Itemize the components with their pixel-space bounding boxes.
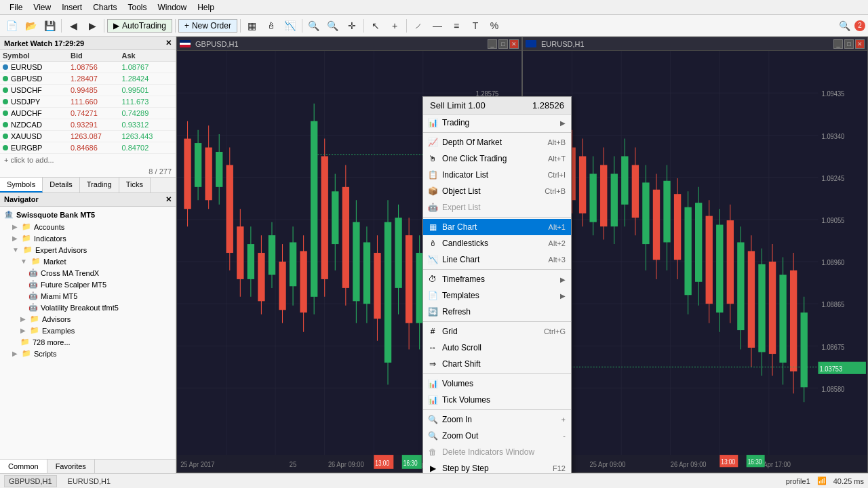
nav-ea-1[interactable]: 🤖 Cross MA TrendX	[26, 267, 174, 279]
chart-restore-btn-2[interactable]: □	[844, 39, 854, 49]
list-item[interactable]: USDJPY 111.660 111.673	[0, 96, 176, 108]
ctx-grid[interactable]: # Grid Ctrl+G	[423, 323, 571, 340]
new-order-button[interactable]: + New Order	[178, 19, 237, 33]
tab-details[interactable]: Details	[43, 178, 80, 192]
nav-tab-favorites[interactable]: Favorites	[47, 460, 95, 473]
toolbar-search-btn[interactable]: 🔍	[835, 17, 853, 35]
chart-titlebar-1: GBPUSD,H1 _ □ ✕	[177, 37, 521, 51]
nav-accounts[interactable]: ▶ 📁 Accounts	[9, 221, 174, 232]
toolbar-zoom-in-btn[interactable]: 🔍	[305, 17, 323, 35]
nav-label: Cross MA TrendX	[41, 269, 99, 277]
nav-expert-advisors[interactable]: ▼ 📁 Expert Advisors	[9, 244, 174, 256]
svg-rect-117	[611, 174, 618, 226]
toolbar-hline-btn[interactable]: —	[429, 17, 446, 35]
toolbar-line-btn[interactable]: 📉	[281, 17, 299, 35]
ask-value: 0.74289	[122, 109, 174, 117]
toolbar-percent-btn[interactable]: %	[486, 17, 503, 35]
toolbar-fib-btn[interactable]: ≡	[448, 17, 465, 35]
nav-scripts[interactable]: ▶ 📁 Scripts	[9, 348, 174, 359]
list-item[interactable]: NZDCAD 0.93291 0.93312	[0, 119, 176, 131]
nav-ea-2[interactable]: 🤖 Future Scalper MT5	[26, 279, 174, 290]
toolbar-crosshair-btn[interactable]: ✛	[343, 17, 361, 35]
ctx-chart-shift[interactable]: ⇒ Chart Shift	[423, 356, 571, 372]
list-item[interactable]: EURUSD 1.08756 1.08767	[0, 62, 176, 73]
toolbar-bar-chart-btn[interactable]: ▦	[243, 17, 261, 35]
chart-restore-btn-1[interactable]: □	[498, 39, 508, 49]
toolbar-cursor-btn[interactable]: ↖	[367, 17, 384, 35]
list-item[interactable]: GBPUSD 1.28407 1.28424	[0, 73, 176, 85]
nav-tab-common[interactable]: Common	[0, 460, 47, 473]
ctx-zoom-out[interactable]: 🔍 Zoom Out -	[423, 428, 571, 444]
ctx-line-chart[interactable]: 📉 Line Chart Alt+3	[423, 251, 571, 268]
ctx-volumes[interactable]: 📊 Volumes	[423, 375, 571, 392]
list-item[interactable]: USDCHF 0.99485 0.99501	[0, 85, 176, 96]
nav-label: Examples	[42, 327, 75, 335]
market-watch-close-btn[interactable]: ✕	[165, 39, 172, 47]
toolbar-zoom-out-btn[interactable]: 🔍	[324, 17, 342, 35]
ctx-step-by-step[interactable]: ▶ Step by Step F12	[423, 460, 571, 473]
list-item[interactable]: EURGBP 0.84686 0.84702	[0, 142, 176, 154]
nav-indicators[interactable]: ▶ 📁 Indicators	[9, 232, 174, 244]
tick-volumes-icon: 📊	[427, 394, 438, 405]
toolbar-text-btn[interactable]: T	[467, 17, 484, 35]
nav-more[interactable]: 📁 728 more...	[18, 336, 174, 348]
toolbar-save-btn[interactable]: 💾	[41, 17, 58, 35]
chart-tab-2[interactable]: EURUSD,H1	[64, 476, 115, 487]
autotrading-button[interactable]: ▶ AutoTrading	[107, 19, 172, 33]
ctx-tick-volumes[interactable]: 📊 Tick Volumes	[423, 392, 571, 408]
nav-label: Expert Advisors	[35, 246, 87, 254]
menu-tools[interactable]: Tools	[123, 1, 153, 14]
ctx-bar-chart[interactable]: ▦ Bar Chart Alt+1	[423, 219, 571, 235]
ctx-candlesticks[interactable]: 🕯 Candlesticks Alt+2	[423, 235, 571, 251]
menu-window[interactable]: Window	[153, 1, 193, 14]
nav-advisors[interactable]: ▶ 📁 Advisors	[18, 313, 174, 325]
chart-minimize-btn-2[interactable]: _	[833, 39, 843, 49]
toolbar-candle-btn[interactable]: 🕯	[262, 17, 280, 35]
menu-charts[interactable]: Charts	[87, 1, 122, 14]
toolbar-forward-btn[interactable]: ▶	[83, 17, 101, 35]
nav-ea-3[interactable]: 🤖 Miami MT5	[26, 290, 174, 302]
menu-insert[interactable]: Insert	[56, 1, 87, 14]
add-symbol-row[interactable]: + click to add...	[0, 154, 176, 166]
svg-rect-115	[600, 165, 607, 226]
toolbar-back-btn[interactable]: ◀	[64, 17, 82, 35]
toolbar-cross-btn[interactable]: +	[386, 17, 403, 35]
chart-tab-1[interactable]: GBPUSD,H1	[4, 475, 57, 487]
chart-body-2[interactable]: 1.09435 1.09340 1.09245 1.09055 1.08960 …	[523, 51, 867, 472]
toolbar-line-tool-btn[interactable]: ⟋	[410, 17, 427, 35]
tab-symbols[interactable]: Symbols	[0, 178, 43, 192]
ctx-timeframes[interactable]: ⏱ Timeframes ▶	[423, 271, 571, 287]
symbol-name: NZDCAD	[11, 121, 42, 129]
tab-ticks[interactable]: Ticks	[119, 178, 151, 192]
ctx-depth-of-market[interactable]: 📈 Depth Of Market Alt+B	[423, 134, 571, 150]
svg-rect-151	[790, 270, 797, 371]
nav-examples[interactable]: ▶ 📁 Examples	[18, 325, 174, 336]
toolbar-new-btn[interactable]: 📄	[3, 17, 20, 35]
nav-ea-4[interactable]: 🤖 Volatility Breakout tfmt5	[26, 302, 174, 313]
navigator-close-btn[interactable]: ✕	[165, 195, 172, 204]
menu-help[interactable]: Help	[192, 1, 220, 14]
bid-value: 0.99485	[71, 86, 122, 94]
ctx-one-click-trading[interactable]: 🖱 One Click Trading Alt+T	[423, 150, 571, 167]
toolbar-open-btn[interactable]: 📂	[22, 17, 39, 35]
ctx-label: Delete Indicators Window	[442, 447, 534, 457]
chart-close-btn-1[interactable]: ✕	[509, 39, 519, 49]
list-item[interactable]: XAUUSD 1263.087 1263.443	[0, 131, 176, 142]
list-item[interactable]: AUDCHF 0.74271 0.74289	[0, 108, 176, 119]
navigator-tree: 🏦 Swissquote Bank MT5 ▶ 📁 Accounts ▶ 📁 I…	[0, 207, 176, 459]
chart-minimize-btn-1[interactable]: _	[488, 39, 497, 49]
menu-file[interactable]: File	[4, 1, 28, 14]
tab-trading[interactable]: Trading	[80, 178, 119, 192]
ctx-trading[interactable]: 📊 Trading ▶	[423, 115, 571, 131]
ctx-refresh[interactable]: 🔄 Refresh	[423, 304, 571, 320]
bid-value: 1.28407	[71, 75, 122, 83]
ctx-auto-scroll[interactable]: ↔ Auto Scroll	[423, 340, 571, 356]
nav-market[interactable]: ▼ 📁 Market	[18, 256, 174, 267]
ctx-object-list[interactable]: 📦 Object List Ctrl+B	[423, 183, 571, 199]
chart-close-btn-2[interactable]: ✕	[855, 39, 865, 49]
ctx-label: Timeframes	[442, 274, 485, 284]
ctx-templates[interactable]: 📄 Templates ▶	[423, 287, 571, 304]
ctx-indicator-list[interactable]: 📋 Indicator List Ctrl+I	[423, 167, 571, 183]
menu-view[interactable]: View	[28, 1, 56, 14]
ctx-zoom-in[interactable]: 🔍 Zoom In +	[423, 411, 571, 428]
